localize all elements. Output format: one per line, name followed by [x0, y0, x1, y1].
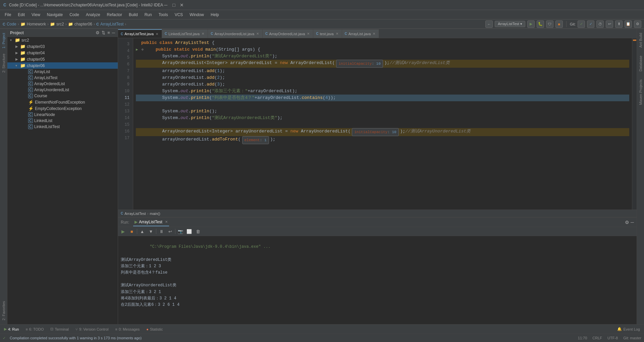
console-filter-btn[interactable]: ⬜: [185, 228, 193, 235]
git-branch[interactable]: Git: master: [623, 336, 641, 340]
menu-code[interactable]: Code: [67, 12, 82, 18]
tree-node-src2[interactable]: ▾ 📁 src2: [7, 37, 118, 43]
tab-linkedlisttest[interactable]: C LinkedListTest.java ✕: [162, 29, 208, 38]
bst-eventlog[interactable]: 🔔 Event Log: [614, 326, 643, 332]
console-clear-btn[interactable]: 🗑: [194, 228, 202, 235]
console-pause-btn[interactable]: ⏸: [158, 228, 165, 235]
back-button[interactable]: ←: [485, 20, 493, 28]
console-wrap-btn[interactable]: ↩: [166, 228, 174, 235]
console-stop-btn[interactable]: ■: [128, 228, 136, 235]
tab-arrayorderedlist[interactable]: C ArrayOrderedList.java ✕: [263, 29, 313, 38]
close-button[interactable]: ✕: [179, 2, 184, 8]
git-push[interactable]: ⬆: [615, 20, 623, 28]
breadcrumb-homework[interactable]: Homework: [27, 22, 46, 26]
right-tab-maven[interactable]: Maven Projects: [638, 77, 643, 108]
minimize-button[interactable]: ─: [163, 2, 168, 8]
tree-node-arrayorderedlist[interactable]: C ArrayOrderedList: [7, 81, 118, 87]
breadcrumb-code[interactable]: Code: [7, 22, 16, 26]
bottom-tab-close[interactable]: ✕: [165, 220, 168, 224]
maximize-button[interactable]: □: [171, 2, 176, 8]
class-icon: C: [28, 118, 33, 123]
tab-close[interactable]: ✕: [256, 32, 260, 36]
git-revert[interactable]: ↩: [606, 20, 613, 28]
stop-button[interactable]: ■: [555, 20, 563, 28]
code-line-9: arrayOrderedList.add(3);: [136, 81, 629, 88]
run-with-coverage[interactable]: 🛡: [546, 20, 553, 28]
tree-node-arraylisttest[interactable]: C ArrayListTest: [7, 75, 118, 81]
left-tab-structure[interactable]: 2: Structure: [1, 51, 6, 75]
git-pull[interactable]: 📋: [625, 20, 632, 28]
sidebar-options[interactable]: ≡: [107, 30, 110, 35]
sidebar-close[interactable]: ─: [112, 30, 115, 35]
menu-tools[interactable]: Tools: [156, 12, 171, 18]
menu-analyze[interactable]: Analyze: [83, 12, 103, 18]
editor-breadcrumb: C ArrayListTest › main(): [118, 210, 637, 217]
left-tab-project[interactable]: 1: Project: [1, 30, 6, 51]
tab-close[interactable]: ✕: [201, 32, 205, 36]
right-tab-ant[interactable]: Ant Build: [638, 30, 643, 50]
git-check[interactable]: ✓: [578, 20, 585, 28]
tree-node-chapter03[interactable]: ▶ 📁 chapter03: [7, 43, 118, 50]
sidebar-settings[interactable]: ⚙: [96, 30, 100, 35]
sidebar-sort[interactable]: ⇅: [102, 30, 105, 35]
menu-window[interactable]: Window: [187, 12, 207, 18]
bst-vcs[interactable]: ⑂ 9: Version Control: [73, 327, 111, 332]
bottom-tab-run[interactable]: ▶ ArrayListTest ✕: [133, 218, 169, 226]
menu-build[interactable]: Build: [126, 12, 141, 18]
tree-node-course[interactable]: C Course: [7, 93, 118, 99]
tree-node-linkedlist[interactable]: C LinkedList: [7, 118, 118, 124]
tab-close[interactable]: ✕: [335, 32, 339, 36]
menu-refactor[interactable]: Refactor: [104, 12, 125, 18]
menu-file[interactable]: File: [2, 12, 14, 18]
bst-todo[interactable]: ≡ 6: TODO: [23, 327, 46, 332]
tab-close[interactable]: ✕: [372, 32, 376, 36]
bst-run[interactable]: ▶ 4: Run: [1, 326, 21, 332]
tree-node-arrayunorderedlist[interactable]: C ArrayUnorderedList: [7, 87, 118, 93]
menu-vcs[interactable]: VCS: [172, 12, 186, 18]
breadcrumb-arraylisttest[interactable]: ArrayListTest: [100, 22, 123, 26]
code-content[interactable]: public class ArrayListTest { ▶ ◆ public …: [133, 38, 632, 210]
settings-button[interactable]: ⚙: [634, 20, 641, 28]
tree-node-linkedlisttest[interactable]: C LinkedListTest: [7, 124, 118, 130]
tab-test[interactable]: C test.java ✕: [313, 29, 342, 38]
git-history[interactable]: ⏱: [596, 20, 604, 28]
run-config-selector[interactable]: ArrayListTest ▾: [495, 21, 525, 27]
bottom-minimize[interactable]: ─: [631, 220, 634, 225]
console-up-btn[interactable]: ▲: [139, 228, 146, 235]
breadcrumb-src2[interactable]: src2: [56, 22, 64, 26]
tab-close[interactable]: ✕: [155, 32, 159, 36]
tree-node-chapter04[interactable]: ▶ 📁 chapter04: [7, 50, 118, 56]
menu-edit[interactable]: Edit: [15, 12, 28, 18]
tab-close[interactable]: ✕: [306, 32, 310, 36]
line-separator[interactable]: CRLF: [592, 336, 602, 340]
bst-messages[interactable]: ≡ 0: Messages: [112, 327, 142, 332]
breadcrumb-chapter06[interactable]: chapter06: [74, 22, 92, 26]
tree-node-linearnode[interactable]: C LinearNode: [7, 112, 118, 118]
git-check2[interactable]: ✓: [587, 20, 594, 28]
right-tab-db[interactable]: Database: [638, 53, 643, 74]
tree-node-chapter05[interactable]: ▶ 📁 chapter05: [7, 56, 118, 62]
menu-view[interactable]: View: [29, 12, 43, 18]
tree-node-emptycollection[interactable]: ⚡ EmptyCollectionException: [7, 105, 118, 112]
console-down-btn[interactable]: ▼: [147, 228, 155, 235]
menu-navigate[interactable]: Navigate: [44, 12, 65, 18]
console-screenshot-btn[interactable]: 📷: [177, 228, 184, 235]
tree-node-elementnotfound[interactable]: ⚡ ElementNotFoundException: [7, 99, 118, 105]
tab-arraylist[interactable]: C ArrayList.java ✕: [342, 29, 379, 38]
bottom-settings[interactable]: ⚙: [625, 220, 629, 225]
cursor-position[interactable]: 11:70: [578, 336, 587, 340]
console-run-btn[interactable]: ▶: [119, 228, 127, 235]
encoding[interactable]: UTF-8: [607, 336, 618, 340]
debug-button[interactable]: 🐛: [537, 20, 544, 28]
tree-node-chapter06[interactable]: ▾ 📁 chapter06: [7, 62, 118, 69]
tree-node-arraylist[interactable]: C ArrayList: [7, 69, 118, 75]
bst-statistic[interactable]: ● Statistic: [144, 327, 165, 332]
run-button[interactable]: ▶: [527, 20, 535, 28]
tab-arrayunorderedlist[interactable]: C ArrayUnorderedList.java ✕: [208, 29, 263, 38]
menu-run[interactable]: Run: [142, 12, 155, 18]
menu-help[interactable]: Help: [208, 12, 222, 18]
bst-terminal[interactable]: ⊡ Terminal: [48, 326, 71, 332]
code-editor[interactable]: 3 4 5 6 7 8 9 10 11 12 13 14 15 16: [118, 38, 637, 210]
left-tab-favorites[interactable]: 2: Favorites: [1, 298, 6, 323]
tab-arraylisttest[interactable]: C ArrayListTest.java ✕: [118, 29, 162, 38]
